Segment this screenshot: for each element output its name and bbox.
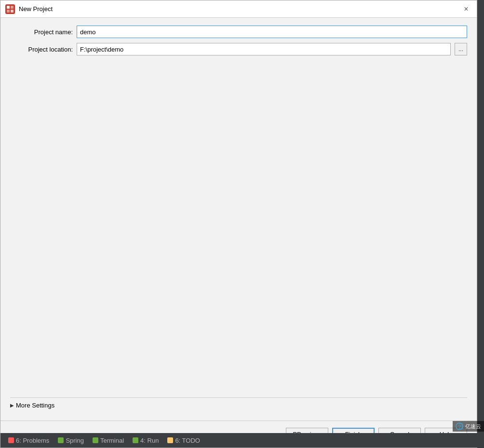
taskbar-item-run[interactable]: 4: Run — [129, 435, 162, 446]
taskbar-label-problems: 6: Problems — [16, 437, 49, 444]
app-icon — [5, 4, 15, 14]
svg-rect-3 — [7, 10, 10, 13]
project-location-input[interactable] — [77, 43, 451, 55]
watermark: 云 亿速云 — [453, 421, 484, 432]
svg-rect-2 — [11, 6, 13, 9]
dialog-title: New Project — [19, 5, 53, 13]
taskbar-item-problems[interactable]: 6: Problems — [4, 435, 53, 446]
taskbar-item-terminal[interactable]: Terminal — [89, 435, 128, 446]
project-name-input[interactable] — [77, 26, 467, 38]
taskbar-dot-problems — [8, 437, 14, 443]
taskbar-item-spring[interactable]: Spring — [54, 435, 88, 446]
taskbar-item-todo[interactable]: 6: TODO — [163, 435, 204, 446]
project-location-row: Project location: ... — [10, 43, 467, 55]
bottom-taskbar: 6: Problems Spring Terminal 4: Run 6: TO… — [0, 433, 478, 448]
project-name-label: Project name: — [10, 28, 73, 36]
close-button[interactable]: × — [460, 3, 472, 15]
svg-rect-1 — [7, 6, 10, 9]
taskbar-dot-todo — [167, 437, 173, 443]
watermark-icon: 云 — [456, 422, 463, 430]
more-settings-arrow-icon[interactable]: ▶ — [10, 403, 14, 408]
more-settings-row: ▶ More Settings — [10, 397, 467, 413]
more-settings-label[interactable]: More Settings — [16, 402, 54, 409]
title-bar: New Project × — [0, 0, 477, 18]
taskbar-dot-terminal — [93, 437, 98, 443]
browse-button[interactable]: ... — [455, 43, 467, 55]
project-name-row: Project name: — [10, 26, 467, 38]
taskbar-dot-spring — [58, 437, 64, 443]
svg-rect-4 — [11, 10, 13, 13]
new-project-dialog: New Project × Project name: Project loca… — [0, 0, 477, 448]
svg-text:云: 云 — [458, 422, 463, 430]
taskbar-dot-run — [133, 437, 138, 443]
dialog-content: Project name: Project location: ... ▶ Mo… — [0, 18, 477, 421]
watermark-text: 亿速云 — [465, 423, 481, 430]
taskbar-label-todo: 6: TODO — [175, 437, 200, 444]
taskbar-label-terminal: Terminal — [100, 437, 124, 444]
side-panel — [477, 0, 484, 448]
title-bar-left: New Project — [5, 4, 53, 14]
taskbar-label-spring: Spring — [66, 437, 84, 444]
project-location-label: Project location: — [10, 46, 73, 53]
taskbar-label-run: 4: Run — [140, 437, 159, 444]
content-spacer — [10, 60, 467, 393]
